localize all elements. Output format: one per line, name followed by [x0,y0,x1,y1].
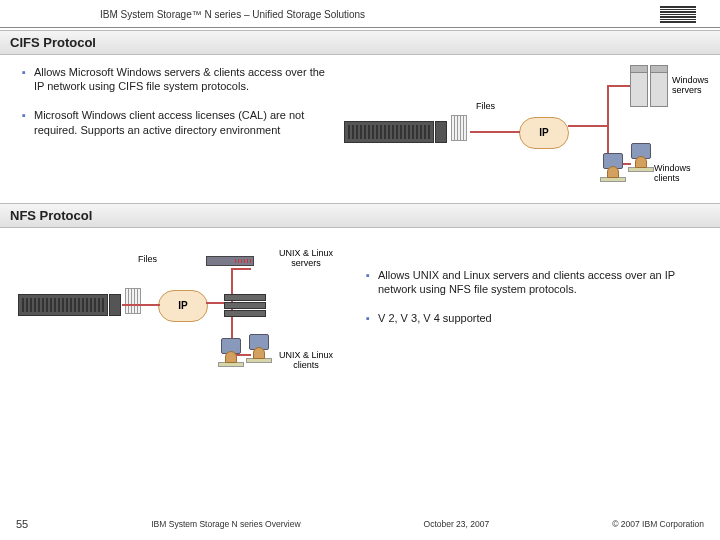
clients-label: Windows clients [654,163,706,183]
clients-label: UNIX & Linux clients [276,350,336,370]
connector-line [470,131,520,133]
nfs-diagram: Files UNIX & Linux servers UNIX & Linux … [18,238,358,388]
connector-line [122,304,160,306]
server-flat-icon [206,256,254,266]
cifs-content: Allows Microsoft Windows servers & clien… [0,55,720,201]
server-stack-icon [224,294,266,317]
nfs-bullets: Allows UNIX and Linux servers and client… [366,238,702,388]
ip-label: IP [178,300,187,311]
footer-doc-title: IBM System Storage N series Overview [151,519,300,529]
footer-bar: 55 IBM System Storage N series Overview … [0,512,720,540]
filer-icon [344,121,447,143]
server-icon [650,65,668,107]
cifs-section-title: CIFS Protocol [0,30,720,55]
client-pc-icon [218,338,244,367]
header-bar: IBM System Storage™ N series – Unified S… [0,0,720,28]
files-stack-icon [126,288,141,314]
ibm-logo-icon [660,6,696,23]
cifs-bullet: Microsoft Windows client access licenses… [22,108,332,138]
nfs-bullet: Allows UNIX and Linux servers and client… [366,268,702,298]
servers-label: Windows servers [672,75,720,95]
footer-copyright: © 2007 IBM Corporation [612,519,704,529]
connector-line [231,268,251,270]
nfs-section-title: NFS Protocol [0,203,720,228]
client-pc-icon [628,143,654,172]
nfs-bullet: V 2, V 3, V 4 supported [366,311,702,326]
footer-date: October 23, 2007 [424,519,490,529]
cifs-bullet: Allows Microsoft Windows servers & clien… [22,65,332,95]
client-pc-icon [600,153,626,182]
header-subtitle: IBM System Storage™ N series – Unified S… [100,9,365,20]
client-pc-icon [246,334,272,363]
nfs-content: Files UNIX & Linux servers UNIX & Linux … [0,228,720,394]
filer-icon [18,294,121,316]
files-label: Files [138,254,157,264]
ip-cloud-icon: IP [158,290,208,322]
server-icon [630,65,648,107]
files-stack-icon [452,115,467,141]
connector-line [568,125,608,127]
cifs-bullets: Allows Microsoft Windows servers & clien… [22,65,332,195]
ip-cloud-icon: IP [519,117,569,149]
cifs-diagram: Files IP Windows servers Windows clients [344,65,706,195]
servers-label: UNIX & Linux servers [276,248,336,268]
page-number: 55 [16,518,28,530]
files-label: Files [476,101,495,111]
connector-line [607,85,631,87]
ip-label: IP [539,127,548,138]
